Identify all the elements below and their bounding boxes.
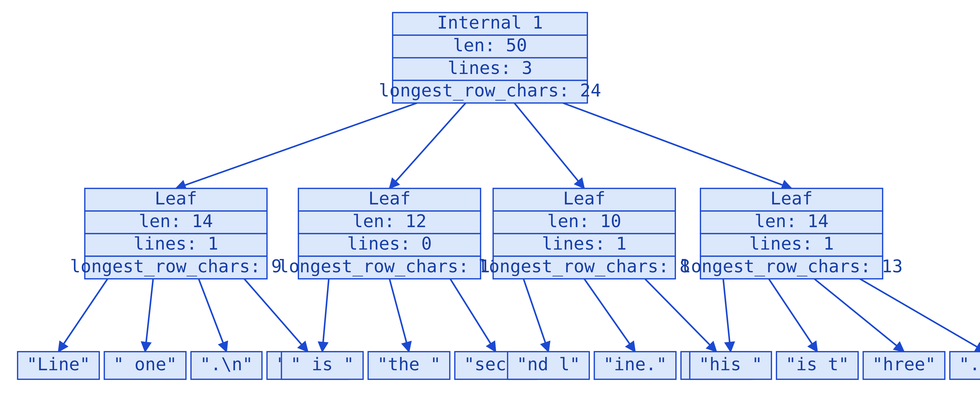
chunk-0-0: "Line" <box>18 352 99 379</box>
leaf-node-2-row-1: len: 10 <box>547 211 621 231</box>
edge <box>563 103 792 188</box>
leaf-node-0-row-3: longest_row_chars: 9 <box>70 256 282 277</box>
leaf-node-2: Leaflen: 10lines: 1longest_row_chars: 8 <box>479 188 690 279</box>
leaf-node-3: Leaflen: 14lines: 1longest_row_chars: 13 <box>680 188 903 279</box>
chunk-0-0-label: "Line" <box>27 354 90 374</box>
chunk-1-1: "the " <box>368 352 450 379</box>
leaf-node-2-row-2: lines: 1 <box>542 233 627 254</box>
leaf-node-2-row-3: longest_row_chars: 8 <box>479 256 690 277</box>
chunk-3-3-label: ".\n" <box>959 354 980 374</box>
chunk-3-1: "is t" <box>776 352 858 379</box>
leaf-node-3-row-2: lines: 1 <box>749 233 834 254</box>
chunk-0-2-label: ".\n" <box>200 354 253 374</box>
edge <box>584 279 635 352</box>
chunk-3-2-label: "hree" <box>872 354 936 374</box>
edge <box>450 279 496 352</box>
edge <box>244 279 308 352</box>
leaf-node-0-row-2: lines: 1 <box>134 233 218 254</box>
chunk-1-0-label: " is " <box>291 354 354 374</box>
chunk-3-1-label: "is t" <box>786 354 849 374</box>
chunk-1-1-label: "the " <box>377 354 441 374</box>
chunk-2-1: "ine." <box>594 352 676 379</box>
tree-diagram: Internal 1len: 50lines: 3longest_row_cha… <box>0 0 980 396</box>
leaf-node-1-row-3: longest_row_chars: 12 <box>278 256 501 277</box>
leaf-node-3-row-1: len: 14 <box>754 211 829 231</box>
root-node-row-1: len: 50 <box>453 35 527 56</box>
chunk-1-0: " is " <box>282 352 363 379</box>
leaf-node-1-row-2: lines: 0 <box>347 233 432 254</box>
edge <box>176 103 417 188</box>
edge <box>815 279 904 352</box>
chunk-0-1: " one" <box>104 352 186 379</box>
chunk-2-0-label: "nd l" <box>517 354 580 374</box>
edge <box>199 279 226 352</box>
edge <box>645 279 717 352</box>
edge <box>322 279 329 352</box>
root-node: Internal 1len: 50lines: 3longest_row_cha… <box>379 12 601 103</box>
chunk-3-0: "his " <box>690 352 772 379</box>
leaf-node-0: Leaflen: 14lines: 1longest_row_chars: 9 <box>70 188 282 279</box>
leaf-node-0-row-1: len: 14 <box>139 211 213 231</box>
chunk-2-0: "nd l" <box>508 352 589 379</box>
chunk-3-2: "hree" <box>863 352 945 379</box>
leaf-node-1-row-0: Leaf <box>368 188 410 208</box>
root-node-row-2: lines: 3 <box>448 57 532 78</box>
edge <box>723 279 731 352</box>
edge <box>514 103 584 188</box>
chunk-2-1-label: "ine." <box>603 354 667 374</box>
leaf-node-1: Leaflen: 12lines: 0longest_row_chars: 12 <box>278 188 501 279</box>
leaf-node-0-row-0: Leaf <box>155 188 197 208</box>
edge <box>145 279 153 352</box>
chunk-0-1-label: " one" <box>113 354 177 374</box>
root-node-row-3: longest_row_chars: 24 <box>379 80 601 100</box>
leaf-node-3-row-0: Leaf <box>770 188 813 208</box>
edge <box>769 279 817 352</box>
chunk-3-3: ".\n" <box>950 352 980 379</box>
edge <box>523 279 549 352</box>
root-node-row-0: Internal 1 <box>437 12 543 33</box>
leaf-node-3-row-3: longest_row_chars: 13 <box>680 256 903 277</box>
leaf-node-1-row-1: len: 12 <box>353 211 427 231</box>
chunk-0-2: ".\n" <box>191 352 262 379</box>
edge <box>59 279 108 352</box>
edge <box>390 279 409 352</box>
edge <box>390 103 466 188</box>
chunk-3-0-label: "his " <box>699 354 762 374</box>
edge <box>860 279 980 352</box>
leaf-node-2-row-0: Leaf <box>563 188 605 208</box>
